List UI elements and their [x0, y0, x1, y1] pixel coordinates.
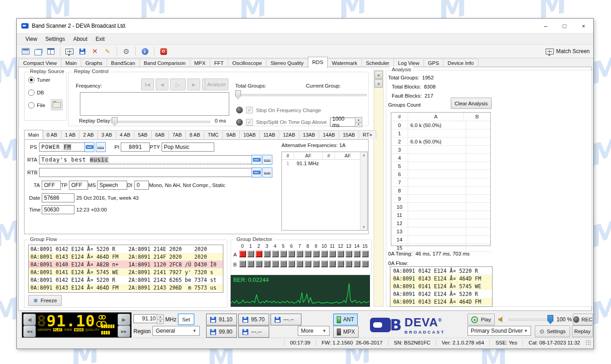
- rec-button[interactable]: REC: [573, 314, 593, 325]
- groups-count-row[interactable]: 1: [391, 129, 490, 138]
- settings-toolbar-button[interactable]: ⚙: [121, 46, 131, 56]
- detector-cell[interactable]: [305, 261, 311, 267]
- menu-item[interactable]: View: [21, 34, 41, 44]
- group-flow-list[interactable]: 0A:8091 0142 E124 Å¤ 5220 R 2A:8091 214E…: [28, 245, 223, 293]
- detector-cell[interactable]: [288, 261, 295, 267]
- save-button[interactable]: [77, 46, 87, 56]
- group-flow-row[interactable]: 0A:8091 0142 E124 Å¤ 5220 R 2A:8091 214E…: [29, 245, 223, 253]
- radio-db[interactable]: DB: [28, 89, 44, 96]
- preset-button[interactable]: 95.70: [238, 314, 269, 325]
- rta-ruler-button[interactable]: [262, 155, 272, 165]
- groups-count-row[interactable]: 6: [391, 170, 490, 178]
- menu-item[interactable]: Exit: [92, 34, 109, 44]
- expand-right-button[interactable]: »: [374, 79, 383, 88]
- group-flow-row[interactable]: 0A:8091 0142 E124 Å¤ 5220 R 2A:8091 2142…: [29, 276, 223, 284]
- preset-button[interactable]: ---.--: [238, 326, 269, 338]
- region-dropdown[interactable]: General▼: [153, 326, 200, 336]
- detector-cell[interactable]: [337, 251, 344, 257]
- ta-field[interactable]: OFF: [42, 181, 61, 190]
- af-scrollbar[interactable]: ▲ ▼: [360, 152, 367, 230]
- af-row[interactable]: 1 91.1 MHz: [282, 160, 367, 167]
- groups-count-row[interactable]: 8: [391, 187, 490, 195]
- replay-button[interactable]: Replay: [572, 325, 593, 337]
- rds-sub-tab[interactable]: 2 AB: [79, 130, 98, 139]
- rds-sub-tab[interactable]: 12AB: [279, 130, 299, 139]
- rds-sub-tab[interactable]: 1 AB: [61, 130, 79, 139]
- groups-count-row[interactable]: 11: [391, 211, 490, 219]
- preset-button[interactable]: 91.10: [206, 314, 237, 325]
- groups-count-row[interactable]: 5: [391, 162, 490, 170]
- minimize-button[interactable]: –: [544, 23, 547, 30]
- oa-flow-row[interactable]: 0A:8091 0143 E124 Å¤ 464D FM: [390, 298, 492, 305]
- oa-flow-row[interactable]: 0A:8091 0142 E124 Å¤ 5220 R: [390, 290, 492, 298]
- groups-count-row[interactable]: 4: [391, 154, 490, 162]
- rds-sub-tab[interactable]: 4 AB: [116, 130, 134, 139]
- groups-count-row[interactable]: 3: [391, 146, 490, 154]
- detector-cell[interactable]: [264, 261, 271, 267]
- scroll-up-icon[interactable]: ▲: [362, 153, 366, 157]
- radio-file[interactable]: File: [28, 102, 45, 108]
- rtb-charset-button[interactable]: ABC: [251, 167, 261, 177]
- clear-analysis-button[interactable]: Clear Analysis: [451, 98, 492, 109]
- groups-count-row[interactable]: 14: [391, 236, 490, 244]
- groups-count-row[interactable]: 2 6.0 k (50.0%): [391, 138, 490, 146]
- oa-flow-row[interactable]: 0A:8091 0142 E124 Å¤ 5220 R: [390, 267, 492, 275]
- ps-field[interactable]: POWER FM: [39, 143, 85, 152]
- rta-field[interactable]: Today's best music: [39, 155, 252, 164]
- detector-cell[interactable]: [239, 251, 246, 257]
- first-button[interactable]: ◀: [141, 79, 154, 90]
- rds-sub-tab[interactable]: 8 AB: [185, 130, 204, 139]
- groups-count-row[interactable]: 13: [391, 227, 490, 236]
- pty-field[interactable]: Pop Music: [162, 143, 214, 152]
- detector-cell[interactable]: [247, 261, 254, 267]
- rta-charset-button[interactable]: ABC: [251, 155, 261, 165]
- rtb-field[interactable]: [39, 168, 252, 177]
- rds-sub-tab[interactable]: 5AB: [134, 130, 152, 139]
- pi-field[interactable]: 8091: [121, 143, 150, 152]
- rds-sub-tab[interactable]: 7AB: [168, 130, 186, 139]
- set-button[interactable]: Set: [178, 314, 194, 325]
- groups-count-row[interactable]: 7: [391, 178, 490, 187]
- scroll-down-icon[interactable]: ▼: [362, 225, 366, 229]
- sound-settings-button[interactable]: ⚙ Settings: [535, 325, 570, 337]
- tile-windows-button[interactable]: [46, 46, 56, 56]
- ant-toggle[interactable]: ANT: [333, 314, 358, 325]
- time-field[interactable]: 50630: [42, 205, 74, 214]
- gap-spinner[interactable]: 1000 ms: [330, 118, 355, 127]
- detector-cell[interactable]: [337, 261, 344, 267]
- play-replay-button[interactable]: ▷: [170, 79, 186, 90]
- tp-field[interactable]: OFF: [69, 181, 88, 190]
- ps-ruler-button[interactable]: [96, 142, 106, 152]
- detector-cell[interactable]: [313, 261, 320, 267]
- rds-sub-tab[interactable]: RT+: [359, 130, 376, 139]
- seek-down-button[interactable]: ◀◀: [23, 325, 36, 337]
- preset-button[interactable]: ---.--: [271, 314, 301, 325]
- gap-spinner-arrows[interactable]: ▲▼: [355, 117, 362, 127]
- detector-cell[interactable]: [239, 261, 246, 267]
- open-file-button[interactable]: [51, 99, 63, 110]
- detector-cell[interactable]: [296, 251, 303, 257]
- oa-flow-list[interactable]: 0A:8091 0142 E124 Å¤ 5220 R0A:8091 0143 …: [390, 266, 493, 307]
- detector-cell[interactable]: [256, 261, 262, 267]
- edit-button[interactable]: ✎: [103, 46, 113, 56]
- compact-view-button[interactable]: [20, 46, 30, 56]
- rds-sub-tab[interactable]: 6AB: [151, 130, 169, 139]
- detector-cell[interactable]: [288, 251, 295, 257]
- ms-field[interactable]: Speech: [97, 181, 127, 190]
- maximize-button[interactable]: □: [563, 23, 567, 30]
- rds-sub-tab[interactable]: Main: [24, 130, 43, 139]
- power-button[interactable]: O: [158, 46, 168, 56]
- next-button[interactable]: ▶: [187, 79, 200, 90]
- detector-cell[interactable]: [296, 261, 303, 267]
- di-field[interactable]: 0: [134, 181, 149, 190]
- rds-sub-tab[interactable]: 0 AB: [43, 130, 61, 139]
- oa-flow-row[interactable]: 0A:8091 0141 E124 Å¤ 5745 WE: [390, 282, 492, 290]
- tune-down-button[interactable]: ◀: [23, 314, 36, 325]
- ps-charset-button[interactable]: ABC: [84, 142, 94, 152]
- panel-splitter[interactable]: « »: [374, 70, 384, 307]
- groups-count-row[interactable]: 10: [391, 203, 490, 211]
- resize-grip[interactable]: [586, 340, 591, 345]
- date-field[interactable]: 57686: [42, 193, 74, 202]
- radio-tuner[interactable]: Tuner: [28, 77, 50, 83]
- detector-cell[interactable]: [280, 261, 287, 267]
